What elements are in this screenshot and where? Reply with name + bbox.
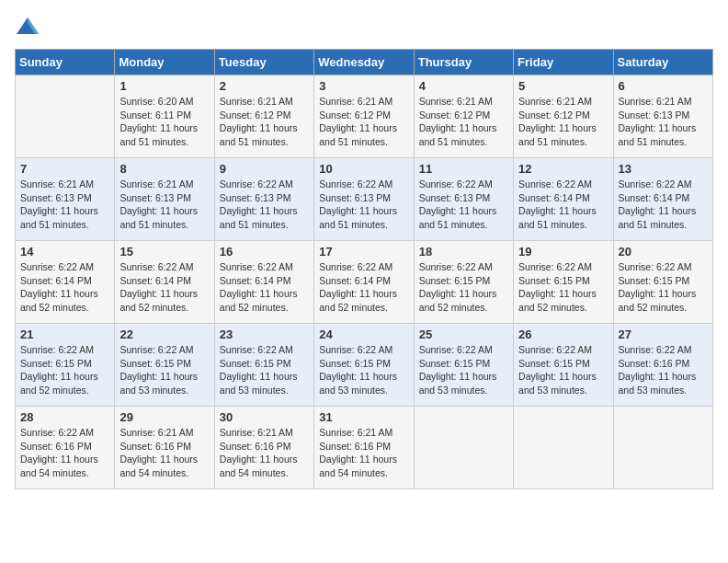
- calendar-cell: 20Sunrise: 6:22 AMSunset: 6:15 PMDayligh…: [613, 241, 712, 324]
- day-number: 30: [220, 410, 309, 424]
- calendar-cell: 30Sunrise: 6:21 AMSunset: 6:16 PMDayligh…: [214, 407, 313, 489]
- calendar-cell: 25Sunrise: 6:22 AMSunset: 6:15 PMDayligh…: [414, 324, 513, 407]
- day-number: 18: [419, 245, 508, 259]
- day-number: 17: [319, 245, 408, 259]
- day-info: Sunrise: 6:22 AMSunset: 6:16 PMDaylight:…: [619, 343, 708, 397]
- calendar-cell: [613, 407, 712, 489]
- day-info: Sunrise: 6:22 AMSunset: 6:13 PMDaylight:…: [419, 178, 508, 232]
- calendar-cell: 9Sunrise: 6:22 AMSunset: 6:13 PMDaylight…: [214, 158, 313, 241]
- day-info: Sunrise: 6:21 AMSunset: 6:12 PMDaylight:…: [518, 95, 608, 149]
- weekday-header-sunday: Sunday: [16, 50, 115, 75]
- calendar-cell: 19Sunrise: 6:22 AMSunset: 6:15 PMDayligh…: [514, 241, 613, 324]
- day-number: 31: [319, 410, 408, 424]
- day-info: Sunrise: 6:22 AMSunset: 6:15 PMDaylight:…: [319, 343, 408, 397]
- weekday-header-monday: Monday: [115, 50, 214, 75]
- calendar-cell: 7Sunrise: 6:21 AMSunset: 6:13 PMDaylight…: [16, 158, 115, 241]
- calendar-cell: 12Sunrise: 6:22 AMSunset: 6:14 PMDayligh…: [514, 158, 613, 241]
- day-number: 13: [619, 162, 708, 176]
- calendar-table: SundayMondayTuesdayWednesdayThursdayFrid…: [15, 49, 713, 489]
- day-number: 5: [518, 79, 608, 93]
- calendar-cell: 5Sunrise: 6:21 AMSunset: 6:12 PMDaylight…: [514, 75, 613, 158]
- day-info: Sunrise: 6:22 AMSunset: 6:16 PMDaylight:…: [20, 426, 109, 480]
- day-info: Sunrise: 6:22 AMSunset: 6:15 PMDaylight:…: [518, 260, 608, 315]
- weekday-header-friday: Friday: [514, 50, 613, 75]
- day-number: 4: [419, 79, 508, 93]
- day-info: Sunrise: 6:20 AMSunset: 6:11 PMDaylight:…: [119, 95, 209, 149]
- day-info: Sunrise: 6:22 AMSunset: 6:14 PMDaylight:…: [220, 260, 309, 315]
- day-info: Sunrise: 6:22 AMSunset: 6:13 PMDaylight:…: [319, 178, 408, 232]
- week-row-4: 28Sunrise: 6:22 AMSunset: 6:16 PMDayligh…: [16, 407, 713, 489]
- day-info: Sunrise: 6:21 AMSunset: 6:16 PMDaylight:…: [319, 426, 408, 480]
- day-info: Sunrise: 6:22 AMSunset: 6:15 PMDaylight:…: [119, 343, 209, 397]
- day-number: 21: [20, 327, 109, 341]
- day-info: Sunrise: 6:21 AMSunset: 6:13 PMDaylight:…: [619, 95, 708, 149]
- day-number: 27: [619, 327, 708, 341]
- day-info: Sunrise: 6:22 AMSunset: 6:14 PMDaylight:…: [20, 260, 109, 315]
- calendar-cell: 16Sunrise: 6:22 AMSunset: 6:14 PMDayligh…: [214, 241, 313, 324]
- calendar-cell: 17Sunrise: 6:22 AMSunset: 6:14 PMDayligh…: [314, 241, 414, 324]
- week-row-1: 7Sunrise: 6:21 AMSunset: 6:13 PMDaylight…: [16, 158, 713, 241]
- day-number: 8: [119, 162, 209, 176]
- day-info: Sunrise: 6:21 AMSunset: 6:16 PMDaylight:…: [119, 426, 209, 480]
- calendar-cell: 26Sunrise: 6:22 AMSunset: 6:15 PMDayligh…: [514, 324, 613, 407]
- day-number: 15: [119, 245, 209, 259]
- day-info: Sunrise: 6:21 AMSunset: 6:13 PMDaylight:…: [20, 178, 109, 232]
- week-row-2: 14Sunrise: 6:22 AMSunset: 6:14 PMDayligh…: [16, 241, 713, 324]
- weekday-header-saturday: Saturday: [613, 50, 712, 75]
- day-info: Sunrise: 6:21 AMSunset: 6:12 PMDaylight:…: [319, 95, 408, 149]
- calendar-cell: 6Sunrise: 6:21 AMSunset: 6:13 PMDaylight…: [613, 75, 712, 158]
- calendar-cell: 21Sunrise: 6:22 AMSunset: 6:15 PMDayligh…: [16, 324, 115, 407]
- day-number: 28: [20, 410, 109, 424]
- calendar-cell: 27Sunrise: 6:22 AMSunset: 6:16 PMDayligh…: [613, 324, 712, 407]
- day-number: 1: [119, 79, 209, 93]
- calendar-cell: 11Sunrise: 6:22 AMSunset: 6:13 PMDayligh…: [414, 158, 513, 241]
- day-info: Sunrise: 6:22 AMSunset: 6:14 PMDaylight:…: [319, 260, 408, 315]
- day-number: 10: [319, 162, 408, 176]
- calendar-cell: 31Sunrise: 6:21 AMSunset: 6:16 PMDayligh…: [314, 407, 414, 489]
- day-number: 11: [419, 162, 508, 176]
- calendar-cell: 10Sunrise: 6:22 AMSunset: 6:13 PMDayligh…: [314, 158, 414, 241]
- day-info: Sunrise: 6:21 AMSunset: 6:16 PMDaylight:…: [220, 426, 309, 480]
- weekday-header-tuesday: Tuesday: [214, 50, 313, 75]
- calendar-cell: 8Sunrise: 6:21 AMSunset: 6:13 PMDaylight…: [115, 158, 214, 241]
- day-info: Sunrise: 6:22 AMSunset: 6:14 PMDaylight:…: [518, 178, 608, 232]
- week-row-3: 21Sunrise: 6:22 AMSunset: 6:15 PMDayligh…: [16, 324, 713, 407]
- day-info: Sunrise: 6:22 AMSunset: 6:15 PMDaylight:…: [419, 343, 508, 397]
- day-number: 22: [119, 327, 209, 341]
- day-number: 24: [319, 327, 408, 341]
- day-info: Sunrise: 6:22 AMSunset: 6:15 PMDaylight:…: [518, 343, 608, 397]
- calendar-cell: [414, 407, 513, 489]
- logo: [15, 15, 39, 41]
- day-info: Sunrise: 6:22 AMSunset: 6:13 PMDaylight:…: [220, 178, 309, 232]
- day-number: 2: [220, 79, 309, 93]
- logo-icon: [17, 15, 39, 37]
- calendar-cell: 22Sunrise: 6:22 AMSunset: 6:15 PMDayligh…: [115, 324, 214, 407]
- weekday-header-thursday: Thursday: [414, 50, 513, 75]
- day-info: Sunrise: 6:21 AMSunset: 6:12 PMDaylight:…: [220, 95, 309, 149]
- day-number: 3: [319, 79, 408, 93]
- calendar-cell: 28Sunrise: 6:22 AMSunset: 6:16 PMDayligh…: [16, 407, 115, 489]
- day-number: 23: [220, 327, 309, 341]
- calendar-cell: 23Sunrise: 6:22 AMSunset: 6:15 PMDayligh…: [214, 324, 313, 407]
- day-number: 25: [419, 327, 508, 341]
- calendar-cell: 13Sunrise: 6:22 AMSunset: 6:14 PMDayligh…: [613, 158, 712, 241]
- day-info: Sunrise: 6:21 AMSunset: 6:13 PMDaylight:…: [119, 178, 209, 232]
- day-info: Sunrise: 6:22 AMSunset: 6:14 PMDaylight:…: [619, 178, 708, 232]
- weekday-header-row: SundayMondayTuesdayWednesdayThursdayFrid…: [16, 50, 713, 75]
- calendar-cell: 15Sunrise: 6:22 AMSunset: 6:14 PMDayligh…: [115, 241, 214, 324]
- week-row-0: 1Sunrise: 6:20 AMSunset: 6:11 PMDaylight…: [16, 75, 713, 158]
- calendar-cell: 2Sunrise: 6:21 AMSunset: 6:12 PMDaylight…: [214, 75, 313, 158]
- day-info: Sunrise: 6:22 AMSunset: 6:15 PMDaylight:…: [619, 260, 708, 315]
- calendar-cell: 18Sunrise: 6:22 AMSunset: 6:15 PMDayligh…: [414, 241, 513, 324]
- day-info: Sunrise: 6:22 AMSunset: 6:14 PMDaylight:…: [119, 260, 209, 315]
- day-info: Sunrise: 6:22 AMSunset: 6:15 PMDaylight:…: [20, 343, 109, 397]
- calendar-cell: 3Sunrise: 6:21 AMSunset: 6:12 PMDaylight…: [314, 75, 414, 158]
- day-number: 19: [518, 245, 608, 259]
- calendar-cell: [514, 407, 613, 489]
- calendar-cell: 4Sunrise: 6:21 AMSunset: 6:12 PMDaylight…: [414, 75, 513, 158]
- day-info: Sunrise: 6:22 AMSunset: 6:15 PMDaylight:…: [419, 260, 508, 315]
- day-number: 26: [518, 327, 608, 341]
- day-number: 29: [119, 410, 209, 424]
- calendar-cell: 29Sunrise: 6:21 AMSunset: 6:16 PMDayligh…: [115, 407, 214, 489]
- day-number: 14: [20, 245, 109, 259]
